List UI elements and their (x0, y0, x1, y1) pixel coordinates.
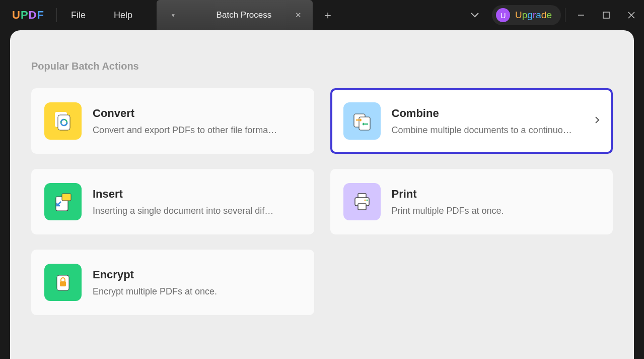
dropdown-button[interactable] (462, 11, 488, 19)
card-print[interactable]: Print Print multiple PDFs at once. (330, 169, 613, 234)
card-insert[interactable]: Insert Inserting a single document into … (31, 169, 314, 234)
app-logo: UPDF (0, 9, 56, 22)
tab-bar: ▼ Batch Process ✕ ＋ (157, 0, 343, 30)
card-desc: Convert and export PDFs to other file fo… (93, 125, 301, 136)
upgrade-label: Upgrade (515, 10, 552, 21)
card-desc: Inserting a single document into several… (93, 206, 301, 216)
card-combine[interactable]: Combine Combine multiple documents to a … (330, 88, 613, 154)
main-panel: Popular Batch Actions Convert Convert an… (10, 30, 634, 359)
tab-label: Batch Process (196, 10, 292, 20)
svg-rect-12 (358, 204, 366, 210)
tab-dropdown-icon[interactable]: ▼ (171, 13, 176, 18)
print-icon (343, 183, 381, 220)
close-window-button[interactable] (619, 0, 644, 30)
card-desc: Combine multiple documents to a continuo… (392, 125, 579, 136)
combine-icon (343, 102, 381, 140)
tab-batch-process[interactable]: ▼ Batch Process ✕ (157, 0, 313, 30)
card-encrypt[interactable]: Encrypt Encrypt multiple PDFs at once. (31, 250, 314, 315)
upgrade-button[interactable]: U Upgrade (492, 5, 561, 25)
card-desc: Print multiple PDFs at once. (392, 206, 600, 216)
window-controls (568, 0, 644, 30)
card-title: Encrypt (93, 268, 301, 281)
maximize-button[interactable] (594, 0, 619, 30)
close-tab-icon[interactable]: ✕ (292, 8, 305, 23)
new-tab-button[interactable]: ＋ (313, 0, 343, 30)
card-title: Combine (392, 107, 579, 120)
chevron-down-icon (471, 13, 479, 18)
minimize-icon (577, 11, 585, 19)
svg-rect-7 (62, 194, 71, 201)
maximize-icon (603, 12, 610, 19)
card-title: Convert (93, 107, 301, 120)
divider (565, 8, 565, 22)
avatar: U (496, 8, 510, 22)
svg-point-11 (366, 200, 368, 201)
main-menu: File Help (57, 10, 147, 21)
svg-rect-14 (60, 281, 66, 286)
close-icon (628, 12, 635, 19)
convert-icon (44, 102, 82, 140)
insert-icon (44, 183, 82, 220)
chevron-right-icon (595, 116, 600, 127)
section-title: Popular Batch Actions (31, 61, 613, 72)
svg-rect-1 (603, 12, 609, 18)
menu-file[interactable]: File (57, 10, 100, 21)
card-convert[interactable]: Convert Convert and export PDFs to other… (31, 88, 314, 154)
title-bar: UPDF File Help ▼ Batch Process ✕ ＋ U Upg… (0, 0, 644, 30)
menu-help[interactable]: Help (100, 10, 147, 21)
actions-grid: Convert Convert and export PDFs to other… (31, 88, 613, 315)
card-title: Print (392, 188, 600, 201)
card-title: Insert (93, 188, 301, 201)
svg-rect-3 (58, 115, 70, 130)
encrypt-icon (44, 264, 82, 301)
minimize-button[interactable] (568, 0, 594, 30)
card-desc: Encrypt multiple PDFs at once. (93, 286, 301, 297)
svg-point-10 (364, 200, 366, 201)
